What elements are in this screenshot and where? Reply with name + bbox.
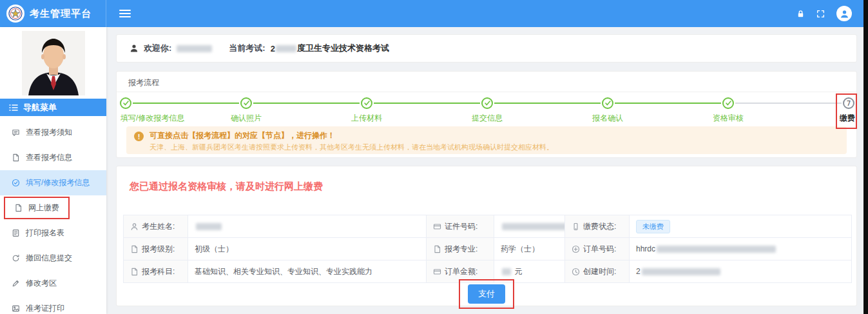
step-connector — [133, 103, 239, 104]
edit-icon — [12, 279, 20, 288]
candidate-photo — [0, 27, 106, 95]
document-icon — [12, 153, 20, 162]
sidebar-nav-header: 导航菜单 — [0, 99, 106, 116]
field-label-cell: 报考专业: — [427, 238, 494, 260]
sidebar-item-7[interactable]: 准考证打印 — [0, 296, 106, 314]
field-label-cell: 证件号码: — [427, 215, 494, 238]
fullscreen-button[interactable] — [816, 10, 825, 18]
lock-icon — [796, 10, 805, 18]
exam-year-redacted — [276, 45, 296, 52]
user-icon — [130, 222, 139, 231]
step-label[interactable]: 资格审核 — [713, 113, 744, 124]
step-node-done[interactable] — [602, 97, 613, 109]
sidebar-item-5[interactable]: 撤回信息提交 — [0, 246, 106, 271]
field-label: 报考专业: — [445, 244, 477, 255]
notice-body: 天津、上海、新疆兵团考区考生请按照要求上传资料，其他考区考生无须上传材料，请在当… — [149, 142, 554, 152]
field-value: 基础知识、相关专业知识、专业知识、专业实践能力 — [195, 267, 372, 276]
step-connector — [374, 103, 480, 104]
pay-button[interactable]: 支付 — [468, 284, 505, 304]
field-value-cell: 初级（士） — [188, 238, 427, 260]
sidebar-item-1[interactable]: 查看报考信息 — [0, 145, 106, 170]
field-value-cell: hhrdc — [630, 238, 852, 260]
sidebar-item-label: 查看报考信息 — [26, 152, 72, 163]
candidate-name-redacted — [177, 45, 212, 52]
form-icon — [12, 229, 20, 237]
step-connector — [494, 103, 601, 104]
step-connector — [735, 103, 842, 104]
payment-status-badge: 未缴费 — [636, 220, 670, 233]
message-icon — [12, 128, 20, 137]
document-icon — [130, 268, 139, 276]
field-value-cell: 药学（士） — [494, 238, 565, 260]
payment-panel: 您已通过报名资格审核，请及时进行网上缴费 考生姓名:证件号码:缴费状态:未缴费报… — [116, 166, 857, 306]
picture-icon — [12, 304, 20, 313]
step-node-done[interactable] — [481, 97, 493, 109]
sidebar-item-label: 打印报名表 — [26, 228, 64, 239]
sidebar-item-label: 填写/修改报考信息 — [26, 177, 90, 188]
field-value: 2 — [636, 267, 641, 276]
step-connector — [253, 103, 360, 104]
sidebar-item-label: 查看报考须知 — [26, 127, 72, 138]
document-icon — [14, 204, 23, 212]
warning-icon: ! — [134, 132, 144, 141]
menu-list-icon — [9, 104, 18, 112]
nav-header-label: 导航菜单 — [23, 102, 57, 113]
step-label[interactable]: 填写/修改报考信息 — [121, 113, 184, 124]
step-label[interactable]: 上传材料 — [351, 113, 382, 124]
candidate-info-table: 考生姓名:证件号码:缴费状态:未缴费报考级别:初级（士）报考专业:药学（士）订单… — [123, 215, 852, 283]
redacted-value — [657, 246, 776, 253]
sidebar-item-3[interactable]: 网上缴费 — [4, 197, 70, 219]
step-label[interactable]: 报名确认 — [592, 113, 623, 124]
audit-result-heading: 您已通过报名资格审核，请及时进行网上缴费 — [130, 181, 323, 193]
process-panel: 报考流程 填写/修改报考信息确认照片上传材料提交信息报名确认资格审核7缴费 ! … — [116, 71, 857, 158]
step-node-done[interactable] — [240, 97, 252, 109]
step-node-done[interactable] — [120, 97, 131, 109]
field-value: 元 — [514, 267, 522, 276]
window-edge — [863, 0, 868, 314]
notice-title: 可直接点击【报考流程】的对应【节点】，进行操作！ — [149, 131, 554, 141]
sidebar-menu: 查看报考须知查看报考信息填写/修改报考信息网上缴费打印报名表撤回信息提交修改考区… — [0, 116, 106, 314]
field-label: 缴费状态: — [583, 221, 616, 232]
field-value-cell — [188, 215, 427, 238]
fullscreen-icon — [816, 10, 825, 18]
field-label-cell: 报考级别: — [124, 238, 188, 260]
step-label[interactable]: 提交信息 — [472, 113, 503, 124]
sidebar-item-label: 准考证打印 — [26, 303, 64, 314]
sidebar-item-label: 修改考区 — [26, 278, 57, 289]
lock-button[interactable] — [796, 10, 805, 18]
redacted-value — [502, 223, 565, 230]
redacted-value — [642, 268, 720, 275]
exam-title: 度卫生专业技术资格考试 — [297, 43, 389, 54]
sidebar-item-4[interactable]: 打印报名表 — [0, 221, 106, 246]
table-row: 报考级别:初级（士）报考专业:药学（士）订单号码:hhrdc — [124, 238, 852, 260]
field-value-cell: 未缴费 — [630, 215, 852, 238]
document-icon — [130, 245, 139, 253]
step-label[interactable]: 确认照片 — [231, 113, 262, 124]
sidebar-item-6[interactable]: 修改考区 — [0, 271, 106, 296]
field-value: 药学（士） — [501, 244, 539, 253]
user-avatar[interactable] — [836, 6, 852, 21]
steps-track: 填写/修改报考信息确认照片上传材料提交信息报名确认资格审核7缴费 — [117, 92, 858, 130]
sidebar-item-2[interactable]: 填写/修改报考信息 — [0, 170, 106, 195]
greeting-label: 欢迎你: — [144, 43, 171, 54]
sidebar-item-0[interactable]: 查看报考须知 — [0, 120, 106, 145]
sidebar-item-label: 撤回信息提交 — [26, 253, 72, 264]
document-icon — [433, 245, 441, 253]
exam-title-prefix: 2 — [271, 44, 275, 54]
step-node-done[interactable] — [361, 97, 372, 109]
annotation-box-step7 — [836, 93, 857, 129]
user-icon — [130, 44, 139, 53]
process-title: 报考流程 — [117, 72, 856, 88]
field-label: 证件号码: — [445, 221, 477, 232]
avatar-icon — [840, 9, 849, 19]
field-label-cell: 缴费状态: — [565, 215, 630, 238]
refresh-icon — [12, 254, 20, 262]
check-circle-icon — [12, 179, 20, 187]
clock-icon — [572, 268, 580, 276]
field-label: 创建时间: — [583, 266, 616, 277]
notice-box: ! 可直接点击【报考流程】的对应【节点】，进行操作！ 天津、上海、新疆兵团考区考… — [126, 126, 847, 154]
pay-row: 支付 — [117, 279, 856, 309]
step-node-done[interactable] — [722, 97, 734, 109]
topbar-actions — [796, 6, 863, 21]
hamburger-icon[interactable] — [119, 9, 131, 18]
